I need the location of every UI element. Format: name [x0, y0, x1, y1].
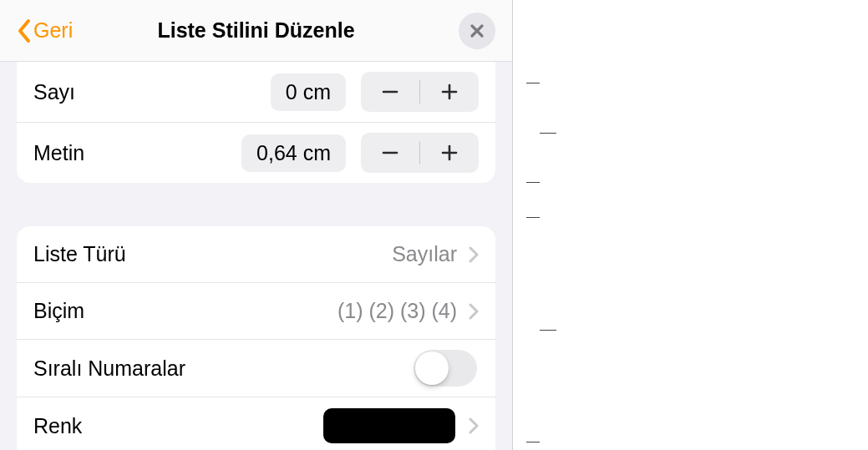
panel-header: Geri Liste Stilini Düzenle [0, 0, 512, 62]
toggle-knob [415, 351, 449, 385]
chevron-left-icon [17, 18, 32, 43]
format-value: (1) (2) (3) (4) [338, 299, 457, 323]
panel-title: Liste Stilini Düzenle [0, 18, 512, 43]
minus-icon [381, 144, 399, 162]
callout-bracket-bottom [526, 217, 540, 442]
color-row[interactable]: Renk [17, 397, 495, 450]
back-button[interactable]: Geri [17, 18, 73, 43]
color-swatch [323, 408, 455, 443]
list-type-row[interactable]: Liste Türü Sayılar [17, 226, 495, 283]
close-button[interactable] [459, 13, 495, 49]
number-indent-stepper [361, 72, 479, 112]
number-indent-decrement[interactable] [361, 72, 419, 112]
panel-content: Sayı 0 cm [0, 62, 512, 450]
ordered-numbers-toggle[interactable] [414, 350, 477, 387]
text-indent-row: Metin 0,64 cm [17, 123, 495, 183]
ordered-numbers-row: Sıralı Numaralar [17, 340, 495, 397]
plus-icon [440, 144, 459, 162]
text-indent-stepper [361, 133, 479, 173]
number-indent-value[interactable]: 0 cm [271, 73, 346, 111]
number-indent-increment[interactable] [420, 72, 479, 112]
list-type-label: Liste Türü [33, 242, 385, 266]
indent-group: Sayı 0 cm [17, 62, 495, 183]
text-indent-label: Metin [33, 141, 235, 165]
list-type-value: Sayılar [392, 242, 457, 266]
close-icon [470, 23, 485, 38]
text-indent-increment[interactable] [420, 133, 479, 173]
ordered-numbers-label: Sıralı Numaralar [33, 356, 407, 381]
text-indent-value[interactable]: 0,64 cm [241, 134, 346, 172]
text-indent-decrement[interactable] [361, 133, 419, 173]
settings-panel: Geri Liste Stilini Düzenle Sayı 0 cm [0, 0, 513, 450]
back-label: Geri [33, 18, 73, 43]
format-label: Biçim [33, 299, 331, 323]
number-indent-label: Sayı [33, 80, 264, 104]
color-label: Renk [33, 414, 317, 438]
number-indent-row: Sayı 0 cm [17, 62, 495, 123]
chevron-right-icon [469, 246, 479, 263]
callout-bracket-top [526, 83, 540, 183]
chevron-right-icon [469, 417, 479, 434]
list-options-group: Liste Türü Sayılar Biçim (1) (2) (3) (4)… [17, 226, 495, 450]
minus-icon [381, 83, 399, 101]
format-row[interactable]: Biçim (1) (2) (3) (4) [17, 283, 495, 340]
chevron-right-icon [469, 303, 479, 320]
plus-icon [440, 83, 459, 101]
